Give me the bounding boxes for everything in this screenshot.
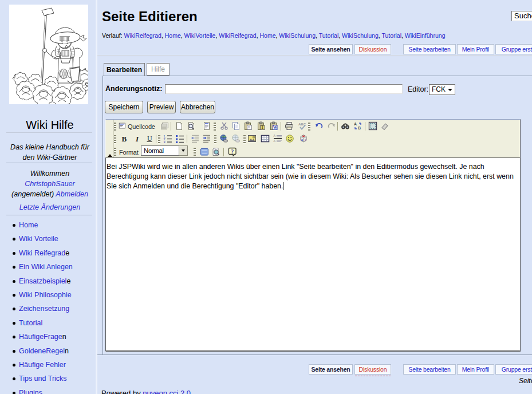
svg-text:U: U [147, 135, 152, 143]
svg-text:?: ? [231, 148, 234, 155]
svg-text:W: W [273, 125, 277, 130]
svg-text:A: A [354, 122, 357, 126]
svg-text:B: B [358, 126, 361, 130]
svg-text:I: I [135, 135, 139, 143]
svg-text:a: a [301, 138, 303, 141]
svg-text:T: T [261, 125, 264, 130]
svg-text:A: A [274, 139, 276, 143]
svg-text:3.: 3. [164, 140, 167, 143]
svg-text:B: B [122, 135, 127, 143]
svg-text:A: A [274, 134, 276, 137]
